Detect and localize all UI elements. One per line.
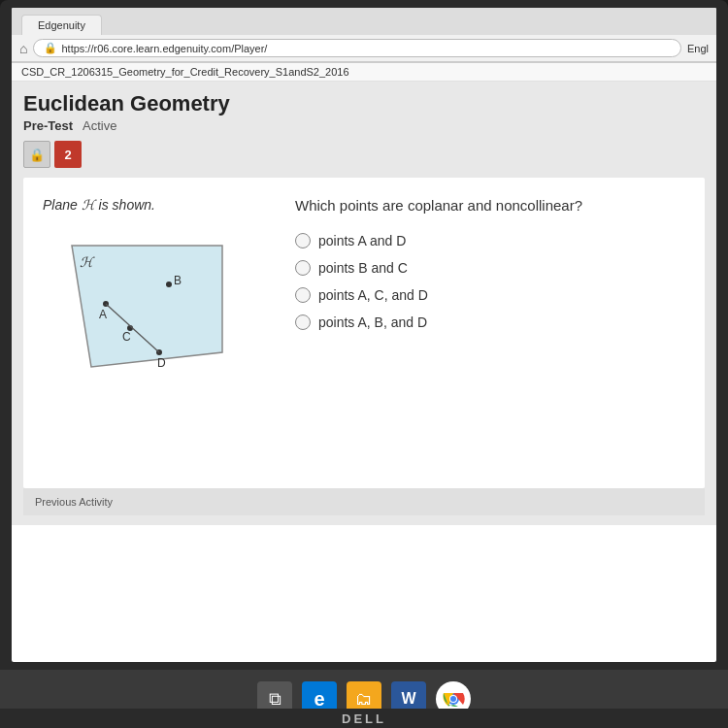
course-title: CSD_CR_1206315_Geometry_for_Credit_Recov… [21, 66, 349, 78]
content-area: Euclidean Geometry Pre-Test Active 🔒 2 P… [12, 82, 716, 525]
course-bar: CSD_CR_1206315_Geometry_for_Credit_Recov… [12, 63, 716, 82]
lock-icon: 🔒 [44, 42, 57, 54]
question-number-button[interactable]: 2 [54, 141, 82, 168]
plane-word: Plane [43, 197, 78, 213]
browser-chrome: Edgenuity ⌂ 🔒 https://r06.core.learn.edg… [12, 8, 716, 63]
plane-svg: ℋ A B C D [43, 226, 227, 377]
svg-text:D: D [157, 356, 166, 370]
pre-test-label: Pre-Test [23, 118, 73, 133]
svg-text:B: B [174, 274, 182, 287]
right-side: Which points are coplanar and noncolline… [295, 197, 685, 469]
svg-text:A: A [99, 308, 107, 321]
plane-suffix: is shown. [99, 197, 155, 213]
option-label-4: points A, B, and D [318, 314, 427, 330]
options-list: points A and D points B and C points A, … [295, 233, 685, 330]
svg-point-14 [450, 696, 456, 702]
question-text: Which points are coplanar and noncolline… [295, 197, 685, 214]
prev-activity-button[interactable]: Previous Activity [35, 496, 113, 508]
question-panel: Plane ℋ is shown. ℋ A [23, 178, 705, 488]
dell-logo: DELL [342, 711, 386, 726]
page-title: Euclidean Geometry [23, 91, 705, 116]
radio-option-3[interactable] [295, 287, 311, 303]
radio-option-2[interactable] [295, 260, 311, 276]
svg-marker-0 [72, 246, 222, 367]
laptop-outer: Edgenuity ⌂ 🔒 https://r06.core.learn.edg… [0, 0, 728, 670]
dell-area: DELL [0, 709, 728, 728]
lock-question-button[interactable]: 🔒 [23, 141, 50, 168]
browser-tab[interactable]: Edgenuity [21, 15, 102, 35]
option-item[interactable]: points B and C [295, 260, 685, 276]
left-side: Plane ℋ is shown. ℋ A [43, 197, 266, 469]
screen: Edgenuity ⌂ 🔒 https://r06.core.learn.edg… [12, 8, 716, 662]
address-text: https://r06.core.learn.edgenuity.com/Pla… [61, 43, 267, 54]
radio-option-1[interactable] [295, 233, 311, 248]
plane-diagram: ℋ A B C D [43, 226, 227, 381]
language-button[interactable]: Engl [687, 43, 709, 54]
option-label-3: points A, C, and D [318, 287, 428, 303]
option-item[interactable]: points A and D [295, 233, 685, 248]
option-label-1: points A and D [318, 233, 406, 248]
svg-point-4 [166, 281, 172, 287]
plane-label: Plane ℋ is shown. [43, 197, 266, 213]
radio-option-4[interactable] [295, 314, 311, 330]
option-label-2: points B and C [318, 260, 408, 276]
option-item[interactable]: points A, C, and D [295, 287, 685, 303]
active-status: Active [83, 118, 116, 133]
question-nav: 🔒 2 [23, 141, 705, 168]
address-field[interactable]: 🔒 https://r06.core.learn.edgenuity.com/P… [33, 39, 681, 57]
svg-text:C: C [122, 330, 131, 344]
home-icon[interactable]: ⌂ [19, 41, 27, 56]
pre-test-row: Pre-Test Active [23, 118, 705, 133]
svg-text:ℋ: ℋ [80, 255, 95, 270]
plane-name: ℋ [82, 197, 95, 213]
browser-tabs: Edgenuity [12, 8, 716, 35]
option-item[interactable]: points A, B, and D [295, 314, 685, 330]
bottom-nav: Previous Activity [23, 488, 705, 515]
address-bar: ⌂ 🔒 https://r06.core.learn.edgenuity.com… [12, 35, 716, 62]
